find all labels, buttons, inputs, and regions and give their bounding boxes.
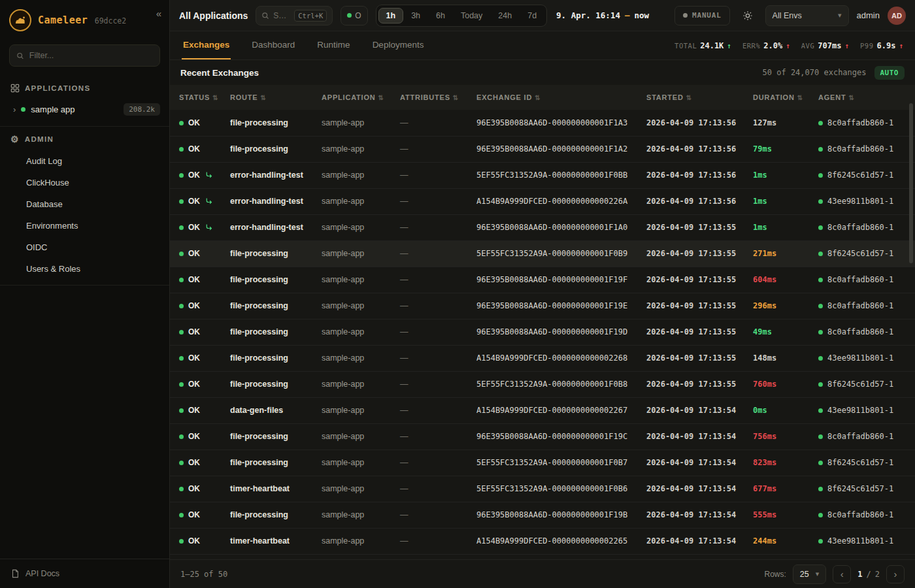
time-range-24h[interactable]: 24h [490, 8, 520, 24]
column-header-agent[interactable]: AGENT⇅ [813, 85, 915, 110]
theme-toggle-button[interactable] [738, 6, 757, 25]
status-ok-dot [179, 461, 184, 465]
route-cell: file-processing [225, 319, 316, 345]
row-range-label: 1–25 of 50 [180, 570, 227, 579]
next-page-button[interactable]: › [886, 565, 905, 583]
status-cell: OK [170, 162, 225, 188]
collapse-sidebar-button[interactable]: « [156, 8, 161, 19]
agent-status-dot [818, 513, 823, 517]
avatar[interactable]: AD [888, 7, 906, 25]
time-range-1h[interactable]: 1h [378, 8, 404, 24]
started-cell: 2026-04-09 17:13:55 [641, 293, 748, 319]
exchange-row[interactable]: OK file-processing sample-app — 96E395B0… [170, 267, 915, 293]
search-input[interactable] [273, 11, 290, 20]
application-cell: sample-app [316, 319, 395, 345]
online-status-pill[interactable]: O [341, 6, 367, 25]
tab-runtime[interactable]: Runtime [316, 31, 351, 59]
exchange-row[interactable]: OK file-processing sample-app — 5EF55FC3… [170, 449, 915, 476]
status-ok-dot [179, 225, 184, 230]
exchange-id-cell: 96E395B0088AA6D-000000000001F19E [471, 293, 641, 319]
exchange-row[interactable]: OK file-processing sample-app — 5EF55FC3… [170, 371, 915, 397]
status-label: OK [188, 380, 200, 389]
sidebar-item-users-roles[interactable]: Users & Roles [0, 258, 169, 280]
exchange-row[interactable]: OK file-processing sample-app — 96E395B0… [170, 319, 915, 345]
started-cell: 2026-04-09 17:13:54 [641, 502, 748, 528]
applications-section-header: APPLICATIONS [0, 76, 169, 99]
date-range-picker[interactable]: 9. Apr. 16:14 – now [556, 10, 649, 20]
agent-cell: 8f6245c61d57-1 [813, 240, 915, 267]
agent-status-dot [818, 304, 823, 308]
exchange-row[interactable]: OK file-processing sample-app — 5EF55FC3… [170, 240, 915, 267]
sort-icon: ⇅ [686, 94, 692, 101]
route-cell: file-processing [225, 371, 316, 397]
sidebar-item-database[interactable]: Database [0, 193, 169, 215]
exchange-id-cell: 96E395B0088AA6D-000000000001F19B [471, 502, 641, 528]
status-ok-dot [179, 252, 184, 256]
exchanges-count: 50 of 24,070 exchanges [763, 68, 867, 77]
tab-dashboard[interactable]: Dashboard [250, 31, 296, 59]
tab-exchanges[interactable]: Exchanges [182, 31, 231, 59]
sidebar-filter[interactable] [9, 44, 160, 67]
exchange-row[interactable]: OK data-gen-files sample-app — A154B9A99… [170, 397, 915, 423]
exchange-row[interactable]: OK timer-heartbeat sample-app — A154B9A9… [170, 528, 915, 554]
column-header-status[interactable]: STATUS⇅ [170, 85, 225, 110]
exchange-row[interactable]: OK error-handling-test sample-app — 5EF5… [170, 162, 915, 188]
time-range-7d[interactable]: 7d [520, 8, 544, 24]
time-range-3h[interactable]: 3h [403, 8, 428, 24]
agent-status-dot [818, 199, 823, 204]
exchange-id-cell: 5EF55FC31352A9A-000000000001F0B6 [471, 476, 641, 502]
duration-cell: 555ms [748, 502, 813, 528]
started-cell: 2026-04-09 17:13:55 [641, 319, 748, 345]
env-select[interactable]: All Envs ▾ [765, 5, 849, 26]
sidebar-item-oidc[interactable]: OIDC [0, 237, 169, 258]
prev-page-button[interactable]: ‹ [833, 565, 851, 583]
agent-status-dot [818, 147, 823, 152]
rows-per-page-select[interactable]: 25 ▾ [793, 564, 826, 584]
scrollbar-thumb[interactable] [909, 103, 913, 263]
auto-refresh-badge[interactable]: AUTO [874, 66, 905, 80]
time-range-today[interactable]: Today [453, 8, 490, 24]
exchange-row[interactable]: OK file-processing sample-app — 96E395B0… [170, 502, 915, 528]
column-header-exchange-id[interactable]: EXCHANGE ID⇅ [471, 85, 641, 110]
sidebar-item-clickhouse[interactable]: ClickHouse [0, 172, 169, 193]
exchange-row[interactable]: OK error-handling-test sample-app — 96E3… [170, 214, 915, 240]
column-header-duration[interactable]: DURATION⇅ [748, 85, 813, 110]
api-docs-link[interactable]: API Docs [0, 559, 169, 588]
agent-cell: 43ee9811b801-1 [813, 345, 915, 371]
column-header-started[interactable]: STARTED⇅ [641, 85, 748, 110]
global-search[interactable]: Ctrl+K [256, 6, 333, 25]
exchange-id-cell: 5EF55FC31352A9A-000000000001F0B9 [471, 240, 641, 267]
sidebar-item-sample-app[interactable]: › sample app 208.2k [0, 99, 169, 122]
build-version: 69dcce2 [95, 16, 126, 25]
exchange-row[interactable]: OK file-processing sample-app — A154B9A9… [170, 345, 915, 371]
expand-chevron-icon[interactable]: › [13, 105, 16, 114]
exchange-row[interactable]: OK file-processing sample-app — 96E395B0… [170, 110, 915, 136]
sort-icon: ⇅ [535, 94, 541, 101]
agent-status-dot [818, 225, 823, 230]
sidebar-item-environments[interactable]: Environments [0, 215, 169, 237]
agent-status-dot [818, 408, 823, 413]
column-header-attributes[interactable]: ATTRIBUTES⇅ [395, 85, 471, 110]
sidebar-item-audit-log[interactable]: Audit Log [0, 150, 169, 172]
column-header-route[interactable]: ROUTE⇅ [225, 85, 316, 110]
page-indicator: 1 / 2 [857, 570, 880, 579]
status-cell: OK [170, 502, 225, 528]
status-label: OK [188, 171, 200, 180]
status-label: OK [188, 118, 200, 127]
manual-refresh-button[interactable]: MANUAL [674, 6, 730, 25]
tab-deployments[interactable]: Deployments [371, 31, 425, 59]
exchange-row[interactable]: OK file-processing sample-app — 96E395B0… [170, 423, 915, 449]
username: admin [857, 10, 880, 20]
route-cell: file-processing [225, 267, 316, 293]
exchange-row[interactable]: OK file-processing sample-app — 96E395B0… [170, 136, 915, 162]
exchange-row[interactable]: OK error-handling-test sample-app — A154… [170, 188, 915, 214]
time-range-6h[interactable]: 6h [428, 8, 453, 24]
trend-up-icon: ↑ [899, 42, 903, 50]
filter-input[interactable] [29, 51, 153, 60]
status-ok-dot [179, 356, 184, 361]
exchange-row[interactable]: OK file-processing sample-app — 96E395B0… [170, 293, 915, 319]
column-header-application[interactable]: APPLICATION⇅ [316, 85, 395, 110]
status-ok-dot [179, 539, 184, 544]
exchange-id-cell: 96E395B0088AA6D-000000000001F19D [471, 319, 641, 345]
exchange-row[interactable]: OK timer-heartbeat sample-app — 5EF55FC3… [170, 476, 915, 502]
